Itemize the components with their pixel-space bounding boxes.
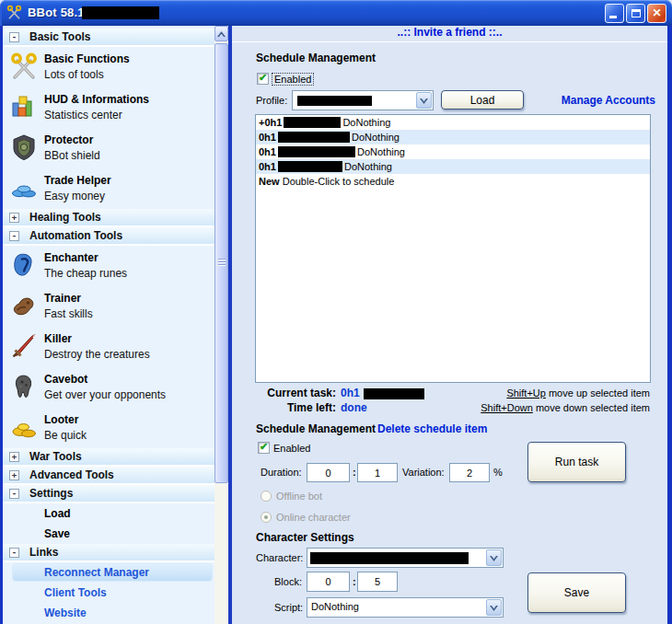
item-subtitle: BBot shield bbox=[44, 149, 100, 162]
row-redaction bbox=[278, 132, 350, 143]
enabled-checkbox[interactable] bbox=[257, 73, 269, 85]
item-subtitle: Fast skills bbox=[44, 307, 93, 320]
section-label: Links bbox=[29, 546, 58, 559]
sidebar-section-basic-tools[interactable]: - Basic Tools bbox=[3, 29, 214, 47]
item-subtitle: Get over your opponents bbox=[44, 388, 166, 401]
schedule-listbox[interactable]: +0h1 DoNothing 0h1 DoNothing 0h1 DoNothi… bbox=[255, 114, 651, 383]
duration-minutes-input[interactable] bbox=[357, 463, 398, 482]
block-colon: : bbox=[353, 576, 356, 587]
close-icon: ✕ bbox=[648, 6, 666, 19]
profile-combobox[interactable] bbox=[292, 90, 434, 110]
sidebar-section-war-tools[interactable]: + War Tools bbox=[3, 448, 214, 467]
expand-icon[interactable]: + bbox=[9, 213, 19, 223]
schedule-row-new[interactable]: New Double-Click to schedule bbox=[256, 174, 650, 189]
item-subtitle: Statistics center bbox=[44, 109, 122, 121]
manage-accounts-link[interactable]: Manage Accounts bbox=[562, 94, 655, 107]
sidebar-section-settings[interactable]: - Settings bbox=[3, 485, 214, 503]
item-subtitle: Destroy the creatures bbox=[44, 348, 150, 361]
sidebar-section-healing-tools[interactable]: + Healing Tools bbox=[3, 209, 214, 227]
row-time: New bbox=[259, 174, 280, 189]
close-button[interactable]: ✕ bbox=[647, 4, 666, 23]
sidebar-item-trainer[interactable]: Trainer Fast skills bbox=[3, 286, 214, 327]
script-label: Script: bbox=[274, 602, 303, 613]
schedule-row[interactable]: 0h1 DoNothing bbox=[256, 159, 650, 174]
time-left-line: Time left: done bbox=[255, 401, 367, 414]
shift-up-text: move up selected item bbox=[546, 387, 650, 399]
expand-icon[interactable]: + bbox=[9, 452, 19, 462]
section-label: War Tools bbox=[29, 450, 82, 463]
sidebar-item-killer[interactable]: Killer Destroy the creatures bbox=[3, 327, 214, 367]
duration-hours-input[interactable] bbox=[307, 463, 350, 482]
character-combobox[interactable] bbox=[307, 548, 504, 568]
sidebar-item-reconnect-manager[interactable]: Reconnect Manager bbox=[12, 563, 213, 582]
sidebar-section-automation-tools[interactable]: - Automation Tools bbox=[3, 227, 214, 246]
item-title: Basic Functions bbox=[44, 52, 130, 65]
scroll-up-button[interactable] bbox=[214, 26, 228, 41]
sidebar-item-basic-functions[interactable]: Basic Functions Lots of tools bbox=[3, 47, 214, 87]
row-script: DoNothing bbox=[357, 144, 405, 159]
combo-arrow-button[interactable] bbox=[486, 599, 502, 616]
collapse-icon[interactable]: - bbox=[9, 489, 19, 499]
invite-a-friend-link[interactable]: ..:: Invite a friend ::.. bbox=[232, 26, 667, 42]
sidebar-item-protector[interactable]: Protector BBot shield bbox=[3, 128, 214, 168]
item-subtitle: Lots of tools bbox=[44, 68, 104, 81]
sidebar-item-cavebot[interactable]: Cavebot Get over your opponents bbox=[3, 367, 214, 408]
block-input-1[interactable] bbox=[307, 572, 350, 592]
blue-coins-icon bbox=[10, 174, 38, 202]
item-title: Trainer bbox=[44, 292, 81, 305]
schedule-row[interactable]: 0h1 DoNothing bbox=[256, 144, 650, 159]
percent-label: % bbox=[493, 467, 503, 478]
script-combobox[interactable]: DoNothing bbox=[307, 597, 504, 618]
combo-arrow-button[interactable] bbox=[416, 92, 432, 109]
row-script: Double-Click to schedule bbox=[283, 174, 395, 189]
current-task-line: Current task: 0h1 bbox=[255, 387, 424, 399]
block-input-2[interactable] bbox=[357, 572, 398, 592]
item-title: Trade Helper bbox=[44, 174, 111, 187]
collapse-icon[interactable]: - bbox=[9, 548, 19, 558]
section-label: Basic Tools bbox=[29, 30, 90, 43]
sidebar-item-client-tools[interactable]: Client Tools bbox=[3, 583, 214, 603]
titlebar: BBot 58.1 - ✕ bbox=[0, 0, 672, 26]
collapse-icon[interactable]: - bbox=[9, 32, 19, 42]
load-button[interactable]: Load bbox=[441, 90, 524, 110]
sidebar-item-enchanter[interactable]: Enchanter The cheap runes bbox=[3, 246, 214, 286]
gold-coins-icon bbox=[10, 413, 38, 441]
sidebar-item-trade-helper[interactable]: Trade Helper Easy money bbox=[3, 168, 214, 209]
sidebar-item-load[interactable]: Load bbox=[3, 503, 214, 524]
combo-arrow-button[interactable] bbox=[486, 549, 502, 566]
sidebar-section-links[interactable]: - Links bbox=[3, 544, 214, 562]
sidebar-item-looter[interactable]: Looter Be quick bbox=[3, 408, 214, 448]
maximize-button[interactable] bbox=[626, 4, 645, 23]
save-button[interactable]: Save bbox=[527, 572, 626, 613]
scrollbar-thumb[interactable] bbox=[214, 43, 228, 483]
app-window: BBot 58.1 - ✕ - Basic Tools Basic Functi… bbox=[0, 0, 672, 624]
enabled-checkbox-2[interactable] bbox=[258, 442, 270, 454]
sidebar-scrollbar[interactable] bbox=[214, 26, 228, 624]
schedule-row[interactable]: 0h1 DoNothing bbox=[256, 130, 650, 144]
collapse-icon[interactable]: - bbox=[9, 231, 19, 241]
shift-down-hint: Shift+Down move down selected item bbox=[481, 402, 650, 413]
row-time: +0h1 bbox=[259, 115, 282, 130]
minimize-button[interactable] bbox=[605, 4, 624, 23]
variation-input[interactable] bbox=[449, 463, 490, 482]
profile-redaction bbox=[297, 96, 372, 106]
delete-schedule-item-link[interactable]: Delete schedule item bbox=[377, 422, 487, 435]
sidebar-section-advanced-tools[interactable]: + Advanced Tools bbox=[3, 467, 214, 485]
sidebar-item-hud-informations[interactable]: HUD & Informations Statistics center bbox=[3, 87, 214, 128]
section-label: Advanced Tools bbox=[29, 468, 114, 481]
window-controls: ✕ bbox=[605, 4, 666, 23]
row-script: DoNothing bbox=[342, 115, 390, 130]
run-task-button[interactable]: Run task bbox=[527, 442, 626, 482]
duration-label: Duration: bbox=[261, 467, 302, 478]
main-panel: ..:: Invite a friend ::.. Schedule Manag… bbox=[232, 26, 667, 624]
crossed-tools-icon bbox=[6, 5, 22, 20]
enabled-checkbox-label[interactable]: Enabled bbox=[272, 74, 313, 85]
sidebar-item-website[interactable]: Website bbox=[3, 603, 214, 623]
offline-bot-label: Offline bot bbox=[276, 491, 322, 502]
sidebar-item-save[interactable]: Save bbox=[3, 524, 214, 544]
schedule-row[interactable]: +0h1 DoNothing bbox=[256, 115, 650, 130]
item-title: Looter bbox=[44, 413, 78, 426]
section-label: Automation Tools bbox=[29, 229, 122, 242]
expand-icon[interactable]: + bbox=[9, 470, 19, 480]
enabled-checkbox-2-label[interactable]: Enabled bbox=[273, 443, 310, 454]
